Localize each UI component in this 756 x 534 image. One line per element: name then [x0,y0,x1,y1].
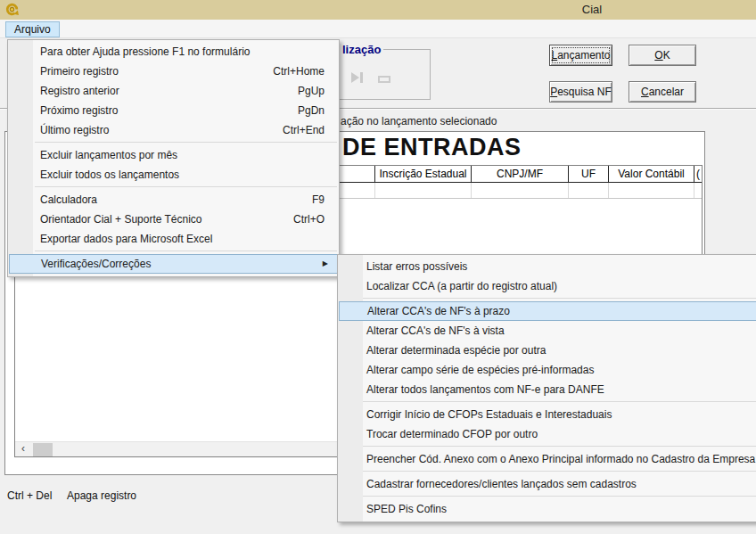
submenu-item-alterar-campo-serie[interactable]: Alterar campo série de espécies pré-info… [338,360,756,380]
menu-item-ajuda-f1[interactable]: Para obter Ajuda pressione F1 no formulá… [8,42,339,62]
submenu-item-localizar-cca[interactable]: Localizar CCA (a partir do registro atua… [338,276,756,296]
selection-hint-text: ação no lançamento selecionado [341,115,497,127]
menu-item-exportar-excel[interactable]: Exportar dados para Microsoft Excel [8,229,339,249]
submenu-item-cadastrar-fornecedores[interactable]: Cadastrar fornecedores/clientes lançados… [338,474,756,494]
nav-last-record-icon [351,72,363,83]
grid-header-cnpj-mf[interactable]: CNPJ/MF [472,166,569,182]
menu-item-orientador-cial[interactable]: Orientador Cial + Suporte Técnico Ctrl+O [8,209,339,229]
menu-separator [35,142,337,143]
status-description-text: Apaga registro [67,489,136,502]
submenu-item-alterar-cca-prazo[interactable]: Alterar CCA's de NF's à prazo [339,301,756,321]
window-title: Cial [569,3,615,16]
menu-item-excluir-todos-lancamentos[interactable]: Excluir todos os lançamentos [8,165,339,185]
menu-separator [35,186,337,187]
submenu-item-alterar-nfe-danfe[interactable]: Alterar todos lançamentos com NF-e para … [338,380,756,399]
menu-separator [363,496,756,497]
app-window: Cial Arquivo lização Lançamento OK Pesqu… [0,0,756,534]
menu-item-verificacoes-correcoes[interactable]: Verificações/Correções ▶ [9,254,338,274]
submenu-item-alterar-cca-vista[interactable]: Alterar CCA's de NF's à vista [338,321,756,341]
submenu-item-corrigir-cfops[interactable]: Corrigir Início de CFOPs Estaduais e Int… [338,405,756,424]
status-shortcut-text: Ctrl + Del [7,489,52,502]
app-icon[interactable] [4,2,20,17]
arquivo-dropdown-menu: Para obter Ajuda pressione F1 no formulá… [7,39,340,277]
menubar-item-arquivo[interactable]: Arquivo [5,21,60,37]
grid-header-uf[interactable]: UF [569,166,609,182]
menu-separator [363,471,756,472]
ok-button[interactable]: OK [629,45,696,66]
grid-header-valor-contabil[interactable]: Valor Contábil [609,166,694,182]
grid-header-clipped: ( [694,166,702,182]
titlebar: Cial [0,0,756,20]
menu-item-primeiro-registro[interactable]: Primeiro registro Ctrl+Home [8,62,339,81]
navigation-groupbox-label: lização [340,43,383,56]
scrollbar-thumb[interactable] [33,443,53,456]
menubar: Arquivo [0,20,756,38]
entries-table-title: DE ENTRADAS [342,134,522,161]
pesquisa-nf-button[interactable]: Pesquisa NF [549,81,612,103]
nav-record-icon [378,76,390,83]
menu-separator [363,446,756,447]
menu-item-proximo-registro[interactable]: Próximo registro PgDn [8,101,339,120]
menu-separator [35,251,337,251]
submenu-item-sped-pis-cofins[interactable]: SPED Pis Cofins [338,499,756,519]
menu-item-calculadora[interactable]: Calculadora F9 [8,190,339,209]
verificacoes-submenu: Listar erros possíveis Localizar CCA (a … [337,254,756,522]
grid-header-inscricao-estadual[interactable]: Inscrição Estadual [375,166,472,182]
lancamento-button[interactable]: Lançamento [549,45,612,66]
submenu-arrow-icon: ▶ [323,255,328,273]
submenu-item-trocar-cfop[interactable]: Trocar determinado CFOP por outro [338,424,756,444]
menu-item-registro-anterior[interactable]: Registro anterior PgUp [8,81,339,101]
submenu-item-listar-erros[interactable]: Listar erros possíveis [338,257,756,276]
menu-item-ultimo-registro[interactable]: Último registro Ctrl+End [8,120,339,140]
menu-item-excluir-lancamentos-mes[interactable]: Excluir lançamentos por mês [8,145,339,165]
menu-separator [363,298,756,299]
menu-separator [363,401,756,402]
submenu-item-preencher-cod-anexo[interactable]: Preencher Cód. Anexo com o Anexo Princip… [338,449,756,469]
submenu-item-alterar-especie[interactable]: Alterar determinada espécie por outra [338,341,756,360]
scroll-left-arrow-icon[interactable]: ‹ [15,442,31,457]
cancelar-button[interactable]: Cancelar [629,81,696,103]
